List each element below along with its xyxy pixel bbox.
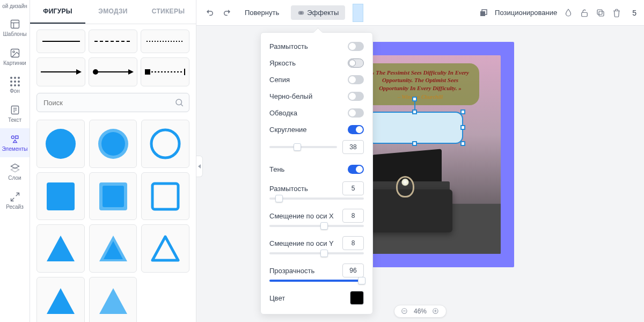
fx-label-bw: Черно-белый — [269, 92, 312, 100]
effects-button[interactable]: Эффекты — [291, 5, 345, 20]
text-icon — [10, 105, 20, 115]
search-icon — [174, 98, 184, 107]
resize-handle[interactable] — [412, 141, 417, 146]
svg-rect-50 — [597, 10, 602, 14]
sidebar-item-text[interactable]: Текст — [0, 99, 30, 128]
svg-rect-24 — [145, 69, 150, 75]
shape-square-filled[interactable] — [36, 172, 85, 221]
zoom-bar: 46% — [394, 305, 447, 318]
elements-icon — [10, 134, 20, 144]
color-swatch[interactable] — [350, 291, 364, 305]
resize-handle[interactable] — [412, 109, 417, 114]
input-rounding[interactable] — [342, 140, 364, 154]
effects-popover: Размытость Яркость Сепия Черно-белый Обв… — [260, 32, 373, 314]
left-sidebar: ой дизайн Шаблоны Картинки Фон Текст Эле… — [0, 0, 30, 322]
position-icon — [479, 8, 488, 18]
redo-button[interactable] — [221, 7, 233, 19]
tab-emoji[interactable]: ЭМОДЗИ — [85, 0, 141, 24]
svg-point-32 — [151, 130, 179, 158]
resize-icon — [10, 192, 20, 202]
svg-marker-20 — [76, 69, 82, 75]
toggle-border[interactable] — [348, 108, 364, 118]
unlock-icon[interactable] — [580, 8, 589, 18]
resize-handle[interactable] — [460, 109, 465, 114]
search-input[interactable] — [36, 93, 189, 112]
shape-extra-2[interactable] — [89, 277, 137, 322]
shape-triangle-filled[interactable] — [36, 224, 85, 273]
shapes-grid — [36, 120, 189, 322]
resize-handle[interactable] — [460, 125, 465, 130]
slider-sh-blur[interactable] — [269, 197, 364, 200]
resize-handle[interactable] — [460, 141, 465, 146]
input-sh-y[interactable] — [342, 236, 364, 250]
undo-button[interactable] — [204, 7, 216, 19]
zoom-out-icon[interactable] — [401, 308, 408, 315]
svg-rect-35 — [103, 186, 124, 207]
tab-shapes[interactable]: ФИГУРЫ — [30, 0, 85, 24]
line-dotted[interactable] — [141, 30, 189, 53]
trash-icon[interactable] — [612, 8, 621, 18]
rotate-button[interactable]: Повернуть — [238, 5, 286, 20]
topbar: Повернуть Эффекты Позиционирование 5 — [196, 0, 644, 26]
input-sh-x[interactable] — [342, 209, 364, 223]
tab-stickers[interactable]: СТИКЕРЫ — [141, 0, 196, 24]
fx-label-shadow: Тень — [269, 165, 284, 173]
arrow-simple[interactable] — [36, 57, 85, 86]
sidebar-header: ой дизайн — [0, 2, 30, 13]
zoom-in-icon[interactable] — [432, 308, 440, 315]
grid-icon — [10, 77, 20, 86]
input-opacity[interactable] — [342, 264, 364, 277]
arrow-dot[interactable] — [89, 57, 137, 86]
fx-label-sh-x: Смещение по оси X — [269, 212, 334, 220]
fx-label-sepia: Сепия — [269, 76, 290, 84]
line-dashed[interactable] — [89, 30, 137, 53]
toggle-sepia[interactable] — [348, 75, 364, 84]
toggle-brightness[interactable] — [348, 58, 364, 68]
svg-marker-11 — [13, 140, 17, 143]
panel-collapse-handle[interactable] — [196, 156, 203, 177]
layers-icon — [10, 163, 20, 173]
fx-label-sh-blur: Размытость — [269, 185, 308, 193]
svg-marker-41 — [47, 288, 75, 314]
toggle-bw[interactable] — [348, 92, 364, 101]
opacity-icon[interactable] — [564, 8, 573, 18]
svg-point-9 — [11, 136, 14, 138]
svg-rect-36 — [152, 184, 178, 209]
sidebar-item-layers[interactable]: Слои — [0, 157, 30, 186]
svg-point-4 — [12, 51, 14, 53]
selection-indicator — [353, 4, 363, 22]
selected-shape[interactable] — [367, 112, 463, 144]
toggle-blur[interactable] — [348, 42, 364, 51]
input-sh-blur[interactable] — [342, 181, 364, 195]
panel-tabs: ФИГУРЫ ЭМОДЗИ СТИКЕРЫ — [30, 0, 196, 24]
sidebar-item-elements[interactable]: Элементы — [0, 128, 30, 157]
sidebar-item-images[interactable]: Картинки — [0, 42, 30, 71]
search-box — [36, 93, 189, 112]
sidebar-item-background[interactable]: Фон — [0, 71, 30, 99]
shape-extra-1[interactable] — [36, 277, 85, 322]
toggle-rounding[interactable] — [348, 125, 364, 134]
sidebar-item-resize[interactable]: Ресайз — [0, 186, 30, 215]
shape-circle-double[interactable] — [89, 120, 137, 168]
line-solid[interactable] — [36, 30, 85, 53]
toggle-shadow[interactable] — [348, 165, 364, 174]
shape-triangle-outline[interactable] — [141, 224, 189, 273]
slider-sh-x[interactable] — [269, 225, 364, 227]
shape-circle-outline[interactable] — [141, 120, 189, 168]
svg-rect-48 — [582, 12, 588, 17]
image-icon — [10, 48, 20, 58]
shape-square-outline[interactable] — [141, 172, 189, 221]
shape-square-double[interactable] — [89, 172, 137, 221]
arrow-square-dashed[interactable] — [141, 57, 189, 86]
shape-circle-filled[interactable] — [36, 120, 85, 168]
rotate-handle[interactable] — [412, 97, 417, 101]
sidebar-item-templates[interactable]: Шаблоны — [0, 13, 30, 42]
shape-triangle-double[interactable] — [89, 224, 137, 273]
position-button[interactable]: Позиционирование — [495, 9, 557, 17]
duplicate-icon[interactable] — [596, 8, 605, 18]
slider-opacity[interactable] — [269, 280, 364, 282]
svg-rect-0 — [11, 20, 19, 28]
slider-rounding[interactable] — [269, 146, 337, 148]
svg-point-29 — [46, 129, 76, 159]
slider-sh-y[interactable] — [269, 252, 364, 254]
